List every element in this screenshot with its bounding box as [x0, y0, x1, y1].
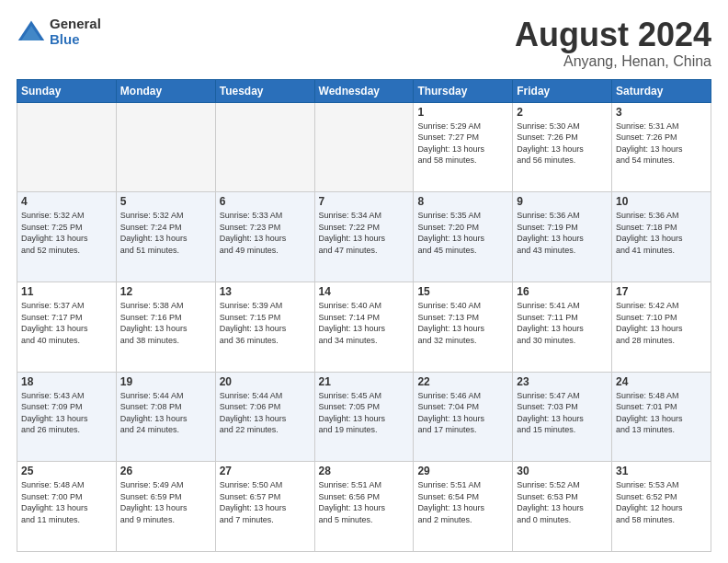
calendar-cell: 7Sunrise: 5:34 AM Sunset: 7:22 PM Daylig…	[314, 192, 414, 282]
calendar-cell: 19Sunrise: 5:44 AM Sunset: 7:08 PM Dayli…	[116, 372, 215, 462]
day-info: Sunrise: 5:45 AM Sunset: 7:05 PM Dayligh…	[319, 390, 410, 436]
calendar-cell: 3Sunrise: 5:31 AM Sunset: 7:26 PM Daylig…	[612, 102, 711, 192]
calendar-cell: 9Sunrise: 5:36 AM Sunset: 7:19 PM Daylig…	[513, 192, 612, 282]
day-info: Sunrise: 5:36 AM Sunset: 7:18 PM Dayligh…	[616, 210, 707, 256]
day-info: Sunrise: 5:37 AM Sunset: 7:17 PM Dayligh…	[21, 300, 112, 346]
calendar-cell: 11Sunrise: 5:37 AM Sunset: 7:17 PM Dayli…	[17, 282, 117, 372]
day-number: 29	[417, 465, 508, 477]
day-info: Sunrise: 5:48 AM Sunset: 7:01 PM Dayligh…	[616, 390, 707, 436]
day-number: 25	[21, 465, 112, 477]
calendar-cell: 1Sunrise: 5:29 AM Sunset: 7:27 PM Daylig…	[414, 102, 513, 192]
day-info: Sunrise: 5:43 AM Sunset: 7:09 PM Dayligh…	[21, 390, 112, 436]
day-info: Sunrise: 5:44 AM Sunset: 7:08 PM Dayligh…	[120, 390, 211, 436]
day-info: Sunrise: 5:33 AM Sunset: 7:23 PM Dayligh…	[220, 210, 311, 256]
day-info: Sunrise: 5:31 AM Sunset: 7:26 PM Dayligh…	[616, 121, 707, 167]
calendar-week-3: 11Sunrise: 5:37 AM Sunset: 7:17 PM Dayli…	[17, 282, 711, 372]
calendar-cell: 24Sunrise: 5:48 AM Sunset: 7:01 PM Dayli…	[612, 372, 711, 462]
location: Anyang, Henan, China	[515, 53, 711, 70]
day-number: 18	[21, 375, 112, 388]
calendar-week-2: 4Sunrise: 5:32 AM Sunset: 7:25 PM Daylig…	[17, 192, 711, 282]
day-info: Sunrise: 5:44 AM Sunset: 7:06 PM Dayligh…	[220, 390, 311, 436]
day-number: 20	[220, 375, 311, 388]
month-title: August 2024	[515, 17, 711, 53]
day-info: Sunrise: 5:29 AM Sunset: 7:27 PM Dayligh…	[417, 121, 508, 167]
calendar-cell: 6Sunrise: 5:33 AM Sunset: 7:23 PM Daylig…	[215, 192, 314, 282]
calendar-header-row: SundayMondayTuesdayWednesdayThursdayFrid…	[17, 79, 711, 102]
calendar-cell: 21Sunrise: 5:45 AM Sunset: 7:05 PM Dayli…	[314, 372, 414, 462]
calendar-cell: 29Sunrise: 5:51 AM Sunset: 6:54 PM Dayli…	[414, 462, 513, 552]
day-number: 19	[120, 375, 211, 388]
day-number: 1	[417, 106, 508, 119]
day-number: 28	[319, 465, 410, 477]
day-number: 3	[616, 106, 707, 119]
calendar-cell: 10Sunrise: 5:36 AM Sunset: 7:18 PM Dayli…	[612, 192, 711, 282]
day-number: 15	[417, 285, 508, 298]
day-info: Sunrise: 5:52 AM Sunset: 6:53 PM Dayligh…	[517, 479, 608, 525]
day-number: 8	[417, 195, 508, 208]
day-number: 27	[220, 465, 311, 477]
day-number: 16	[517, 285, 608, 298]
day-number: 21	[319, 375, 410, 388]
calendar-header-tuesday: Tuesday	[215, 79, 314, 102]
day-info: Sunrise: 5:38 AM Sunset: 7:16 PM Dayligh…	[120, 300, 211, 346]
day-info: Sunrise: 5:51 AM Sunset: 6:56 PM Dayligh…	[319, 479, 410, 525]
day-number: 6	[220, 195, 311, 208]
calendar-cell: 18Sunrise: 5:43 AM Sunset: 7:09 PM Dayli…	[17, 372, 117, 462]
day-number: 9	[517, 195, 608, 208]
calendar-cell: 20Sunrise: 5:44 AM Sunset: 7:06 PM Dayli…	[215, 372, 314, 462]
calendar-cell: 31Sunrise: 5:53 AM Sunset: 6:52 PM Dayli…	[612, 462, 711, 552]
calendar-header-sunday: Sunday	[17, 79, 117, 102]
calendar-cell: 16Sunrise: 5:41 AM Sunset: 7:11 PM Dayli…	[513, 282, 612, 372]
calendar-header-monday: Monday	[116, 79, 215, 102]
calendar-cell: 25Sunrise: 5:48 AM Sunset: 7:00 PM Dayli…	[17, 462, 117, 552]
logo-blue: Blue	[50, 32, 101, 48]
day-info: Sunrise: 5:32 AM Sunset: 7:25 PM Dayligh…	[21, 210, 112, 256]
day-info: Sunrise: 5:34 AM Sunset: 7:22 PM Dayligh…	[319, 210, 410, 256]
calendar-cell: 30Sunrise: 5:52 AM Sunset: 6:53 PM Dayli…	[513, 462, 612, 552]
calendar-cell	[17, 102, 117, 192]
day-number: 17	[616, 285, 707, 298]
calendar-cell: 4Sunrise: 5:32 AM Sunset: 7:25 PM Daylig…	[17, 192, 117, 282]
day-info: Sunrise: 5:50 AM Sunset: 6:57 PM Dayligh…	[220, 479, 311, 525]
calendar-cell	[314, 102, 414, 192]
calendar-cell: 8Sunrise: 5:35 AM Sunset: 7:20 PM Daylig…	[414, 192, 513, 282]
day-number: 12	[120, 285, 211, 298]
day-info: Sunrise: 5:36 AM Sunset: 7:19 PM Dayligh…	[517, 210, 608, 256]
day-info: Sunrise: 5:41 AM Sunset: 7:11 PM Dayligh…	[517, 300, 608, 346]
calendar-cell: 27Sunrise: 5:50 AM Sunset: 6:57 PM Dayli…	[215, 462, 314, 552]
calendar-table: SundayMondayTuesdayWednesdayThursdayFrid…	[17, 79, 711, 552]
day-number: 7	[319, 195, 410, 208]
calendar-cell: 14Sunrise: 5:40 AM Sunset: 7:14 PM Dayli…	[314, 282, 414, 372]
day-number: 22	[417, 375, 508, 388]
calendar-cell: 22Sunrise: 5:46 AM Sunset: 7:04 PM Dayli…	[414, 372, 513, 462]
calendar-cell: 28Sunrise: 5:51 AM Sunset: 6:56 PM Dayli…	[314, 462, 414, 552]
day-number: 31	[616, 465, 707, 477]
day-number: 26	[120, 465, 211, 477]
day-info: Sunrise: 5:51 AM Sunset: 6:54 PM Dayligh…	[417, 479, 508, 525]
day-info: Sunrise: 5:40 AM Sunset: 7:14 PM Dayligh…	[319, 300, 410, 346]
calendar-cell: 23Sunrise: 5:47 AM Sunset: 7:03 PM Dayli…	[513, 372, 612, 462]
day-info: Sunrise: 5:53 AM Sunset: 6:52 PM Dayligh…	[616, 479, 707, 525]
logo: General Blue	[17, 17, 101, 47]
day-info: Sunrise: 5:49 AM Sunset: 6:59 PM Dayligh…	[120, 479, 211, 525]
day-number: 11	[21, 285, 112, 298]
day-info: Sunrise: 5:39 AM Sunset: 7:15 PM Dayligh…	[220, 300, 311, 346]
calendar-week-1: 1Sunrise: 5:29 AM Sunset: 7:27 PM Daylig…	[17, 102, 711, 192]
day-number: 10	[616, 195, 707, 208]
calendar-cell: 5Sunrise: 5:32 AM Sunset: 7:24 PM Daylig…	[116, 192, 215, 282]
calendar-header-wednesday: Wednesday	[314, 79, 414, 102]
calendar-week-4: 18Sunrise: 5:43 AM Sunset: 7:09 PM Dayli…	[17, 372, 711, 462]
day-info: Sunrise: 5:32 AM Sunset: 7:24 PM Dayligh…	[120, 210, 211, 256]
calendar-header-saturday: Saturday	[612, 79, 711, 102]
day-info: Sunrise: 5:46 AM Sunset: 7:04 PM Dayligh…	[417, 390, 508, 436]
day-number: 30	[517, 465, 608, 477]
day-info: Sunrise: 5:40 AM Sunset: 7:13 PM Dayligh…	[417, 300, 508, 346]
calendar-header-friday: Friday	[513, 79, 612, 102]
calendar-cell	[215, 102, 314, 192]
day-info: Sunrise: 5:42 AM Sunset: 7:10 PM Dayligh…	[616, 300, 707, 346]
calendar-cell: 13Sunrise: 5:39 AM Sunset: 7:15 PM Dayli…	[215, 282, 314, 372]
title-block: August 2024 Anyang, Henan, China	[515, 17, 711, 70]
calendar-week-5: 25Sunrise: 5:48 AM Sunset: 7:00 PM Dayli…	[17, 462, 711, 552]
day-info: Sunrise: 5:30 AM Sunset: 7:26 PM Dayligh…	[517, 121, 608, 167]
day-number: 4	[21, 195, 112, 208]
